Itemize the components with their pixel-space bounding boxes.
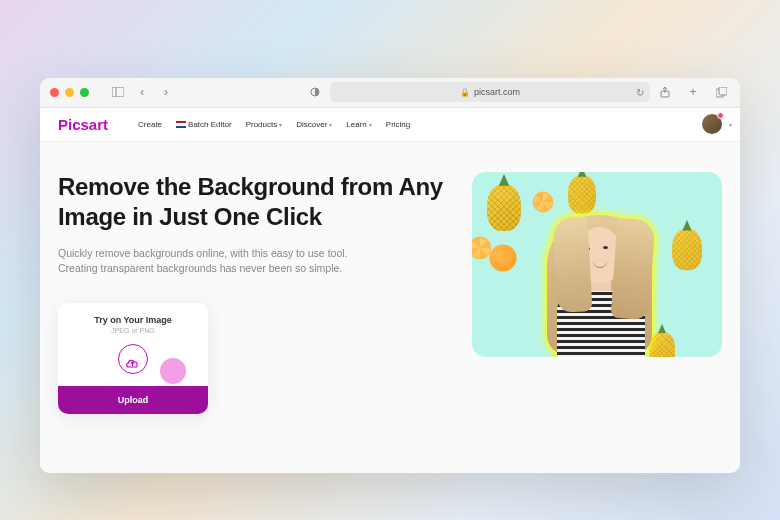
url-text: picsart.com	[474, 87, 520, 97]
chevron-down-icon: ▾	[329, 121, 332, 128]
share-icon[interactable]	[656, 83, 674, 101]
nav-create[interactable]: Create	[138, 120, 162, 129]
nav-links: Create Batch Editor Products▾ Discover▾ …	[138, 120, 410, 129]
svg-rect-6	[719, 87, 727, 95]
subject-cutout	[527, 197, 672, 357]
pineapple-decoration	[672, 228, 702, 269]
new-tab-icon[interactable]: +	[684, 83, 702, 101]
tabs-icon[interactable]	[712, 83, 730, 101]
forward-icon[interactable]: ›	[157, 83, 175, 101]
minimize-window-icon[interactable]	[65, 88, 74, 97]
browser-window: ‹ › 🔒 picsart.com ↻ + Picsart Create Bat…	[40, 78, 740, 473]
nav-learn[interactable]: Learn▾	[346, 120, 371, 129]
page-content: Remove the Background from Any Image in …	[40, 142, 740, 473]
logo[interactable]: Picsart	[58, 116, 108, 133]
upload-card: Try on Your Image JPEG or PNG Upload	[58, 303, 208, 414]
subheadline: Quickly remove backgrounds online, with …	[58, 246, 388, 278]
notification-badge	[717, 112, 724, 119]
sidebar-toggle-icon[interactable]	[109, 83, 127, 101]
close-window-icon[interactable]	[50, 88, 59, 97]
shield-icon[interactable]	[306, 83, 324, 101]
chevron-down-icon: ▾	[279, 121, 282, 128]
nav-batch-editor[interactable]: Batch Editor	[176, 120, 232, 129]
cloud-upload-icon[interactable]	[118, 344, 148, 374]
back-icon[interactable]: ‹	[133, 83, 151, 101]
upload-formats: JPEG or PNG	[68, 327, 198, 334]
nav-pricing[interactable]: Pricing	[386, 120, 410, 129]
chevron-down-icon: ▾	[729, 121, 732, 128]
cursor-indicator	[160, 358, 186, 384]
titlebar: ‹ › 🔒 picsart.com ↻ +	[40, 78, 740, 108]
nav-discover[interactable]: Discover▾	[296, 120, 332, 129]
hero-text: Remove the Background from Any Image in …	[58, 172, 452, 473]
headline: Remove the Background from Any Image in …	[58, 172, 452, 232]
reload-icon[interactable]: ↻	[636, 87, 644, 98]
chevron-down-icon: ▾	[369, 121, 372, 128]
user-menu[interactable]: ▾	[702, 114, 722, 134]
address-bar[interactable]: 🔒 picsart.com ↻	[330, 82, 650, 102]
pineapple-decoration	[487, 184, 521, 231]
maximize-window-icon[interactable]	[80, 88, 89, 97]
hero-visual	[472, 172, 722, 473]
nav-products[interactable]: Products▾	[246, 120, 283, 129]
orange-decoration	[472, 236, 491, 258]
lock-icon: 🔒	[460, 88, 470, 97]
flag-icon	[176, 121, 186, 128]
upload-title: Try on Your Image	[68, 315, 198, 325]
svg-rect-0	[112, 87, 124, 97]
site-nav: Picsart Create Batch Editor Products▾ Di…	[40, 108, 740, 142]
upload-button[interactable]: Upload	[58, 386, 208, 414]
hero-image	[472, 172, 722, 357]
orange-decoration	[489, 244, 516, 271]
